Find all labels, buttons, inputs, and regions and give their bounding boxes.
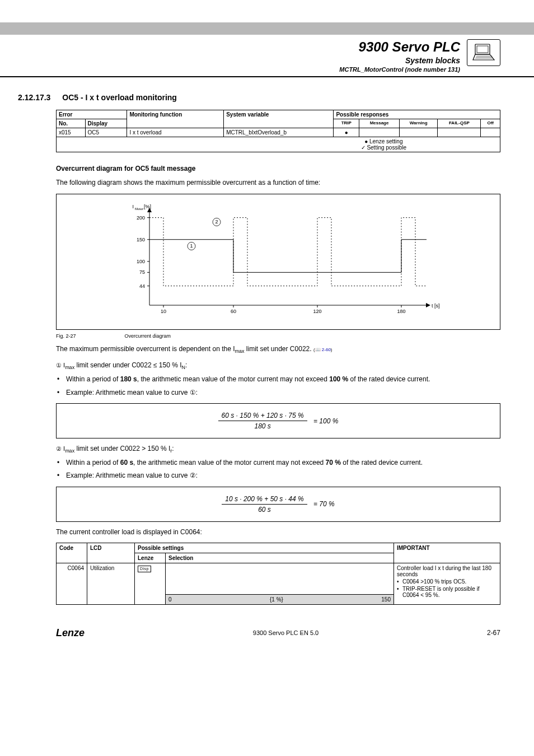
case2-bullet2: Example: Arithmetic mean value to curve … [56, 471, 500, 480]
svg-text:10: 10 [161, 309, 166, 314]
svg-text:2: 2 [215, 220, 218, 225]
lcd-cell: Utilization [87, 563, 135, 604]
section-heading: 2.12.17.3 OC5 - I x t overload monitorin… [56, 93, 500, 102]
doc-subtitle-2: MCTRL_MotorControl (node number 131) [56, 66, 460, 73]
section-number: 2.12.17.3 [18, 93, 60, 102]
overcurrent-intro: The following diagram shows the maximum … [56, 178, 500, 188]
th-message: Message [359, 119, 400, 128]
footer-center: 9300 Servo PLC EN 5.0 [253, 629, 318, 636]
cell-message [359, 128, 400, 137]
legend-possible: ✓ Setting possible [361, 144, 406, 151]
svg-text:75: 75 [139, 270, 145, 276]
svg-text:I: I [132, 204, 134, 209]
cth-possible: Possible settings [135, 543, 394, 553]
th-off: Off [481, 119, 500, 128]
legend-lenze: ● Lenze setting [364, 138, 402, 144]
svg-text:150: 150 [137, 237, 145, 242]
cth-code: Code [57, 543, 87, 563]
cth-lcd: LCD [87, 543, 135, 563]
link-2-60[interactable]: 2-60 [322, 347, 331, 352]
svg-text:Motor: Motor [135, 207, 143, 211]
header-divider [0, 76, 534, 77]
cth-important: IMPORTANT [394, 543, 500, 563]
svg-rect-1 [477, 46, 488, 53]
page-footer: Lenze 9300 Servo PLC EN 5.0 2-67 [56, 627, 500, 639]
case1-list: Within a period of 180 s, the arithmetic… [56, 375, 500, 398]
important-b2: TRIP-RESET is only possible if C0064 < 9… [397, 586, 497, 598]
th-failqsp: FAIL-QSP [438, 119, 481, 128]
figure-caption-text: Overcurrent diagram [125, 333, 171, 339]
para-max-overcurrent: The maximum permissible overcurrent is d… [56, 344, 500, 355]
top-grey-bar [0, 22, 534, 35]
th-warning: Warning [399, 119, 437, 128]
case2-list: Within a period of 60 s, the arithmetic … [56, 458, 500, 481]
error-table-legend: ● Lenze setting ✓ Setting possible [57, 137, 500, 152]
error-table-row: x015 OC5 I x t overload MCTRL_bIxtOverlo… [57, 128, 500, 137]
svg-text:60: 60 [231, 309, 236, 314]
cell-display: OC5 [85, 128, 127, 137]
selection-cell-empty [166, 563, 394, 594]
doc-subtitle-1: System blocks [56, 56, 460, 65]
error-table: Error Monitoring function System variabl… [56, 110, 500, 152]
figure-number: Fig. 2-27 [56, 333, 123, 339]
equation-1: 60 s · 150 % + 120 s · 75 %180 s = 100 % [56, 403, 500, 438]
brand-logo: Lenze [56, 627, 85, 639]
th-no: No. [57, 119, 86, 128]
case2-lead: ② Imax limit set under C0022 > 150 % Ir: [56, 444, 500, 455]
overcurrent-diagram: 44751001502001060120180IMotor[%]t [s]12 [56, 194, 500, 330]
doc-title: 9300 Servo PLC [56, 39, 460, 55]
svg-text:120: 120 [313, 309, 321, 314]
cell-off [481, 128, 500, 137]
case2-bullet1: Within a period of 60 s, the arithmetic … [56, 458, 500, 468]
page-number: 2-67 [487, 629, 500, 637]
svg-text:[%]: [%] [144, 204, 151, 209]
svg-text:180: 180 [397, 309, 405, 314]
section-title: OC5 - I x t overload monitoring [62, 93, 177, 102]
svg-text:1: 1 [190, 244, 193, 249]
laptop-icon [467, 39, 500, 66]
equation-2: 10 s · 200 % + 50 s · 44 %60 s = 70 % [56, 487, 500, 522]
important-cell: Controller load I x t during the last 18… [394, 563, 500, 604]
svg-text:200: 200 [137, 215, 145, 221]
cth-lenze: Lenze [135, 553, 166, 563]
overcurrent-heading: Overcurrent diagram for OC5 fault messag… [56, 165, 500, 172]
code-table: Code LCD Possible settings IMPORTANT Len… [56, 543, 500, 605]
svg-text:t [s]: t [s] [432, 303, 440, 309]
cell-failqsp [438, 128, 481, 137]
case1-lead: ① Imax limit sender under C0022 ≤ 150 % … [56, 361, 500, 371]
lenze-cell: Disp [135, 563, 166, 604]
case1-bullet1: Within a period of 180 s, the arithmetic… [56, 375, 500, 384]
cell-trip: ● [334, 128, 359, 137]
important-b1: C0064 >100 % trips OC5. [397, 578, 497, 585]
case1-bullet2: Example: Arithmetic mean value to curve … [56, 388, 500, 398]
th-display: Display [85, 119, 127, 128]
svg-text:100: 100 [137, 259, 145, 264]
cell-no: x015 [57, 128, 86, 137]
figure-caption: Fig. 2-27 Overcurrent diagram [56, 333, 500, 339]
th-error: Error [57, 110, 127, 119]
th-trip: TRIP [334, 119, 359, 128]
cth-selection: Selection [166, 553, 394, 563]
selection-range: 0 {1 %} 150 [166, 594, 394, 604]
cell-monfunc: I x t overload [127, 128, 224, 137]
svg-text:44: 44 [139, 283, 145, 289]
load-paragraph: The current controller load is displayed… [56, 528, 500, 537]
th-sysvar: System variable [224, 110, 334, 128]
disp-badge: Disp [138, 566, 151, 572]
code-row-C0064: C0064 Utilization Disp Controller load I… [57, 563, 500, 594]
cell-sysvar: MCTRL_bIxtOverload_b [224, 128, 334, 137]
overcurrent-chart-svg: 44751001502001060120180IMotor[%]t [s]12 [70, 202, 486, 320]
page-header: 9300 Servo PLC System blocks MCTRL_Motor… [56, 39, 500, 73]
th-possresp: Possible responses [334, 110, 500, 119]
code-cell: C0064 [57, 563, 87, 604]
th-monfunc: Monitoring function [127, 110, 224, 128]
cell-warning [399, 128, 437, 137]
